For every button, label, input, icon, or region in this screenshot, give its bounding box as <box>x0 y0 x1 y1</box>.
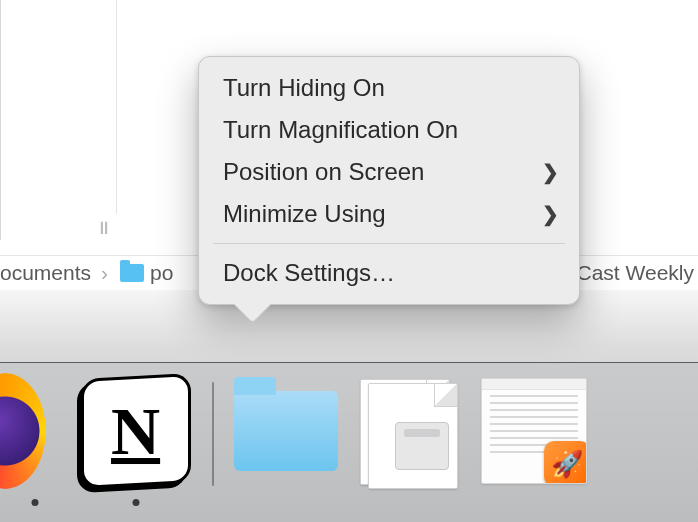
menu-item-position-on-screen[interactable]: Position on Screen ❯ <box>199 151 579 193</box>
submenu-arrow-icon: ❯ <box>542 160 559 184</box>
rocket-badge-icon: 🚀 <box>544 441 587 484</box>
menu-item-dock-settings[interactable]: Dock Settings… <box>199 252 579 294</box>
menu-item-label: Position on Screen <box>223 158 424 186</box>
notion-icon: N <box>81 373 191 489</box>
running-indicator <box>32 499 39 506</box>
dock-divider[interactable] <box>212 382 214 486</box>
menu-item-turn-magnification-on[interactable]: Turn Magnification On <box>199 109 579 151</box>
folder-icon <box>234 391 338 471</box>
breadcrumb-segment[interactable]: po <box>120 261 173 285</box>
breadcrumb-label: po <box>150 261 173 285</box>
dock[interactable]: N 🚀 <box>0 362 698 522</box>
running-indicator <box>133 499 140 506</box>
submenu-arrow-icon: ❯ <box>542 202 559 226</box>
dock-text-document[interactable]: 🚀 <box>476 373 592 489</box>
dock-folder-documents[interactable] <box>228 373 344 489</box>
dock-app-firefox[interactable] <box>0 373 70 489</box>
breadcrumb-right-label: Cast Weekly <box>577 261 698 285</box>
menu-separator <box>213 243 565 244</box>
folder-icon <box>120 264 144 282</box>
text-document-icon: 🚀 <box>481 378 587 484</box>
chevron-right-icon: › <box>101 261 108 285</box>
firefox-icon <box>0 379 40 483</box>
menu-item-label: Dock Settings… <box>223 259 395 287</box>
menu-item-turn-hiding-on[interactable]: Turn Hiding On <box>199 67 579 109</box>
menu-item-label: Turn Magnification On <box>223 116 458 144</box>
disk-icon <box>395 422 449 470</box>
pause-icon: ⏸ <box>95 218 113 239</box>
notion-letter: N <box>111 392 160 471</box>
menu-item-minimize-using[interactable]: Minimize Using ❯ <box>199 193 579 235</box>
breadcrumb-label: ocuments <box>0 261 91 285</box>
breadcrumb-segment[interactable]: ocuments › <box>0 261 112 285</box>
menu-item-label: Minimize Using <box>223 200 386 228</box>
document-stack-icon <box>360 379 460 483</box>
dock-stack-disk[interactable] <box>352 373 468 489</box>
sidebar-divider <box>116 0 117 214</box>
dock-context-menu: Turn Hiding On Turn Magnification On Pos… <box>198 56 580 305</box>
dock-items: N 🚀 <box>0 373 600 489</box>
dock-app-notion[interactable]: N <box>78 373 194 489</box>
menu-item-label: Turn Hiding On <box>223 74 385 102</box>
